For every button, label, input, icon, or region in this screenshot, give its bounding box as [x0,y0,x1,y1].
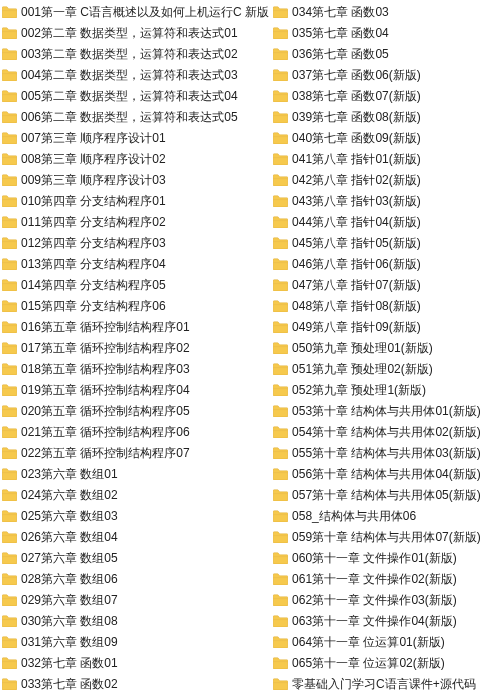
folder-item[interactable]: 042第八章 指针02(新版) [273,172,503,188]
folder-item[interactable]: 017第五章 循环控制结构程序02 [2,340,269,356]
folder-item[interactable]: 063第十一章 文件操作04(新版) [273,613,503,629]
folder-item[interactable]: 044第八章 指针04(新版) [273,214,503,230]
folder-item[interactable]: 027第六章 数组05 [2,550,269,566]
folder-item[interactable]: 046第八章 指针06(新版) [273,256,503,272]
folder-item[interactable]: 006第二章 数据类型，运算符和表达式05 [2,109,269,125]
folder-icon [273,258,288,270]
folder-item[interactable]: 045第八章 指针05(新版) [273,235,503,251]
folder-item[interactable]: 059第十章 结构体与共用体07(新版) [273,529,503,545]
folder-item[interactable]: 061第十一章 文件操作02(新版) [273,571,503,587]
folder-label: 013第四章 分支结构程序04 [21,256,166,272]
folder-item[interactable]: 015第四章 分支结构程序06 [2,298,269,314]
folder-label: 052第九章 预处理1(新版) [292,382,426,398]
folder-label: 020第五章 循环控制结构程序05 [21,403,190,419]
folder-label: 065第十一章 位运算02(新版) [292,655,445,671]
folder-item[interactable]: 013第四章 分支结构程序04 [2,256,269,272]
folder-item[interactable]: 031第六章 数组09 [2,634,269,650]
folder-icon [2,48,17,60]
folder-item[interactable]: 008第三章 顺序程序设计02 [2,151,269,167]
folder-label: 061第十一章 文件操作02(新版) [292,571,457,587]
folder-item[interactable]: 010第四章 分支结构程序01 [2,193,269,209]
folder-item[interactable]: 053第十章 结构体与共用体01(新版) [273,403,503,419]
folder-icon [273,384,288,396]
folder-item[interactable]: 037第七章 函数06(新版) [273,67,503,83]
folder-item[interactable]: 041第八章 指针01(新版) [273,151,503,167]
folder-item[interactable]: 029第六章 数组07 [2,592,269,608]
folder-item[interactable]: 055第十章 结构体与共用体03(新版) [273,445,503,461]
folder-item[interactable]: 零基础入门学习C语言课件+源代码 [273,676,503,692]
folder-item[interactable]: 049第八章 指针09(新版) [273,319,503,335]
folder-item[interactable]: 035第七章 函数04 [273,25,503,41]
folder-item[interactable]: 040第七章 函数09(新版) [273,130,503,146]
folder-label: 010第四章 分支结构程序01 [21,193,166,209]
folder-icon [2,489,17,501]
folder-item[interactable]: 018第五章 循环控制结构程序03 [2,361,269,377]
folder-item[interactable]: 009第三章 顺序程序设计03 [2,172,269,188]
folder-label: 058_结构体与共用体06 [292,508,416,524]
folder-item[interactable]: 058_结构体与共用体06 [273,508,503,524]
folder-item[interactable]: 014第四章 分支结构程序05 [2,277,269,293]
folder-icon [273,237,288,249]
folder-item[interactable]: 024第六章 数组02 [2,487,269,503]
folder-item[interactable]: 020第五章 循环控制结构程序05 [2,403,269,419]
folder-item[interactable]: 002第二章 数据类型，运算符和表达式01 [2,25,269,41]
folder-item[interactable]: 065第十一章 位运算02(新版) [273,655,503,671]
folder-item[interactable]: 023第六章 数组01 [2,466,269,482]
folder-item[interactable]: 011第四章 分支结构程序02 [2,214,269,230]
folder-item[interactable]: 043第八章 指针03(新版) [273,193,503,209]
folder-icon [2,279,17,291]
folder-item[interactable]: 007第三章 顺序程序设计01 [2,130,269,146]
folder-item[interactable]: 030第六章 数组08 [2,613,269,629]
folder-item[interactable]: 038第七章 函数07(新版) [273,88,503,104]
folder-item[interactable]: 005第二章 数据类型，运算符和表达式04 [2,88,269,104]
file-column-right: 034第七章 函数03035第七章 函数04036第七章 函数05037第七章 … [273,4,503,692]
folder-item[interactable]: 028第六章 数组06 [2,571,269,587]
folder-item[interactable]: 056第十章 结构体与共用体04(新版) [273,466,503,482]
folder-item[interactable]: 054第十章 结构体与共用体02(新版) [273,424,503,440]
folder-item[interactable]: 048第八章 指针08(新版) [273,298,503,314]
folder-item[interactable]: 047第八章 指针07(新版) [273,277,503,293]
folder-label: 015第四章 分支结构程序06 [21,298,166,314]
folder-item[interactable]: 062第十一章 文件操作03(新版) [273,592,503,608]
folder-icon [273,636,288,648]
folder-icon [273,300,288,312]
folder-item[interactable]: 012第四章 分支结构程序03 [2,235,269,251]
folder-item[interactable]: 004第二章 数据类型，运算符和表达式03 [2,67,269,83]
folder-label: 044第八章 指针04(新版) [292,214,421,230]
folder-icon [273,69,288,81]
folder-label: 041第八章 指针01(新版) [292,151,421,167]
folder-label: 043第八章 指针03(新版) [292,193,421,209]
folder-item[interactable]: 033第七章 函数02 [2,676,269,692]
folder-item[interactable]: 032第七章 函数01 [2,655,269,671]
folder-label: 011第四章 分支结构程序02 [21,214,166,230]
folder-item[interactable]: 003第二章 数据类型，运算符和表达式02 [2,46,269,62]
folder-item[interactable]: 051第九章 预处理02(新版) [273,361,503,377]
folder-item[interactable]: 064第十一章 位运算01(新版) [273,634,503,650]
folder-item[interactable]: 039第七章 函数08(新版) [273,109,503,125]
folder-label: 009第三章 顺序程序设计03 [21,172,166,188]
folder-icon [2,657,17,669]
folder-item[interactable]: 001第一章 C语言概述以及如何上机运行C 新版 [2,4,269,20]
folder-icon [273,552,288,564]
folder-icon [273,573,288,585]
folder-icon [273,510,288,522]
folder-item[interactable]: 021第五章 循环控制结构程序06 [2,424,269,440]
folder-item[interactable]: 052第九章 预处理1(新版) [273,382,503,398]
folder-item[interactable]: 036第七章 函数05 [273,46,503,62]
folder-label: 014第四章 分支结构程序05 [21,277,166,293]
folder-item[interactable]: 034第七章 函数03 [273,4,503,20]
folder-label: 021第五章 循环控制结构程序06 [21,424,190,440]
folder-label: 062第十一章 文件操作03(新版) [292,592,457,608]
folder-label: 042第八章 指针02(新版) [292,172,421,188]
folder-item[interactable]: 026第六章 数组04 [2,529,269,545]
folder-item[interactable]: 057第十章 结构体与共用体05(新版) [273,487,503,503]
folder-item[interactable]: 060第十一章 文件操作01(新版) [273,550,503,566]
folder-item[interactable]: 016第五章 循环控制结构程序01 [2,319,269,335]
folder-item[interactable]: 025第六章 数组03 [2,508,269,524]
folder-icon [273,489,288,501]
folder-item[interactable]: 019第五章 循环控制结构程序04 [2,382,269,398]
folder-label: 036第七章 函数05 [292,46,389,62]
folder-item[interactable]: 022第五章 循环控制结构程序07 [2,445,269,461]
folder-item[interactable]: 050第九章 预处理01(新版) [273,340,503,356]
folder-label: 026第六章 数组04 [21,529,118,545]
